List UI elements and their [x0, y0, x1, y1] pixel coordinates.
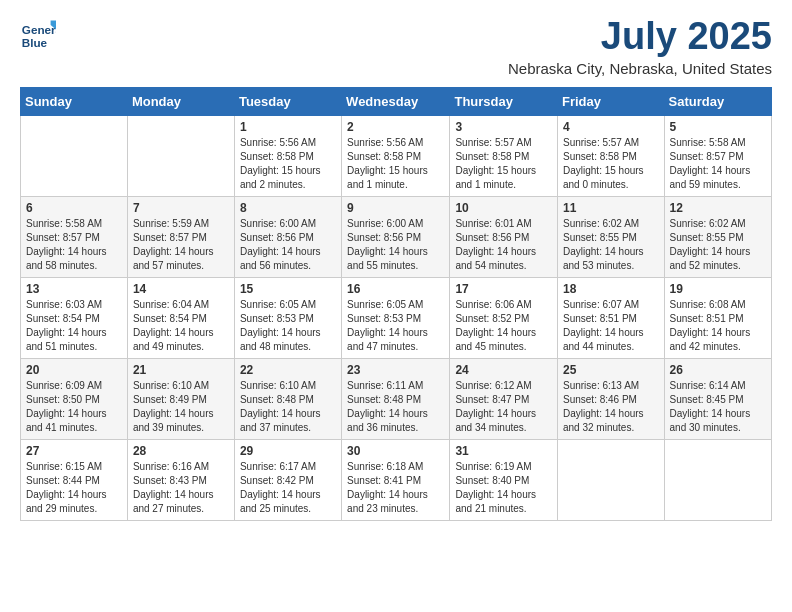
calendar-week-row: 1Sunrise: 5:56 AM Sunset: 8:58 PM Daylig…	[21, 115, 772, 196]
day-info: Sunrise: 6:00 AM Sunset: 8:56 PM Dayligh…	[240, 217, 336, 273]
day-number: 5	[670, 120, 766, 134]
day-number: 3	[455, 120, 552, 134]
day-info: Sunrise: 6:15 AM Sunset: 8:44 PM Dayligh…	[26, 460, 122, 516]
calendar-cell: 20Sunrise: 6:09 AM Sunset: 8:50 PM Dayli…	[21, 358, 128, 439]
day-number: 19	[670, 282, 766, 296]
day-info: Sunrise: 5:57 AM Sunset: 8:58 PM Dayligh…	[563, 136, 659, 192]
day-number: 12	[670, 201, 766, 215]
day-info: Sunrise: 6:02 AM Sunset: 8:55 PM Dayligh…	[670, 217, 766, 273]
day-info: Sunrise: 6:06 AM Sunset: 8:52 PM Dayligh…	[455, 298, 552, 354]
day-info: Sunrise: 6:07 AM Sunset: 8:51 PM Dayligh…	[563, 298, 659, 354]
month-title: July 2025	[508, 16, 772, 58]
calendar-cell: 11Sunrise: 6:02 AM Sunset: 8:55 PM Dayli…	[558, 196, 665, 277]
day-info: Sunrise: 6:02 AM Sunset: 8:55 PM Dayligh…	[563, 217, 659, 273]
day-info: Sunrise: 6:18 AM Sunset: 8:41 PM Dayligh…	[347, 460, 444, 516]
day-info: Sunrise: 5:57 AM Sunset: 8:58 PM Dayligh…	[455, 136, 552, 192]
day-number: 9	[347, 201, 444, 215]
calendar-cell: 9Sunrise: 6:00 AM Sunset: 8:56 PM Daylig…	[342, 196, 450, 277]
weekday-header: Wednesday	[342, 87, 450, 115]
day-info: Sunrise: 6:16 AM Sunset: 8:43 PM Dayligh…	[133, 460, 229, 516]
calendar-cell: 4Sunrise: 5:57 AM Sunset: 8:58 PM Daylig…	[558, 115, 665, 196]
day-number: 13	[26, 282, 122, 296]
day-info: Sunrise: 6:10 AM Sunset: 8:49 PM Dayligh…	[133, 379, 229, 435]
calendar-cell: 13Sunrise: 6:03 AM Sunset: 8:54 PM Dayli…	[21, 277, 128, 358]
calendar-cell	[21, 115, 128, 196]
weekday-header: Thursday	[450, 87, 558, 115]
day-info: Sunrise: 5:58 AM Sunset: 8:57 PM Dayligh…	[26, 217, 122, 273]
day-number: 4	[563, 120, 659, 134]
calendar-cell: 2Sunrise: 5:56 AM Sunset: 8:58 PM Daylig…	[342, 115, 450, 196]
day-info: Sunrise: 6:08 AM Sunset: 8:51 PM Dayligh…	[670, 298, 766, 354]
calendar-cell: 21Sunrise: 6:10 AM Sunset: 8:49 PM Dayli…	[127, 358, 234, 439]
calendar-cell	[558, 439, 665, 520]
day-info: Sunrise: 5:56 AM Sunset: 8:58 PM Dayligh…	[347, 136, 444, 192]
day-info: Sunrise: 6:17 AM Sunset: 8:42 PM Dayligh…	[240, 460, 336, 516]
calendar-cell: 12Sunrise: 6:02 AM Sunset: 8:55 PM Dayli…	[664, 196, 771, 277]
day-info: Sunrise: 6:10 AM Sunset: 8:48 PM Dayligh…	[240, 379, 336, 435]
calendar-cell: 6Sunrise: 5:58 AM Sunset: 8:57 PM Daylig…	[21, 196, 128, 277]
day-info: Sunrise: 6:00 AM Sunset: 8:56 PM Dayligh…	[347, 217, 444, 273]
day-number: 8	[240, 201, 336, 215]
calendar-cell: 16Sunrise: 6:05 AM Sunset: 8:53 PM Dayli…	[342, 277, 450, 358]
day-number: 22	[240, 363, 336, 377]
day-info: Sunrise: 6:11 AM Sunset: 8:48 PM Dayligh…	[347, 379, 444, 435]
weekday-header: Tuesday	[234, 87, 341, 115]
day-info: Sunrise: 6:13 AM Sunset: 8:46 PM Dayligh…	[563, 379, 659, 435]
calendar-week-row: 27Sunrise: 6:15 AM Sunset: 8:44 PM Dayli…	[21, 439, 772, 520]
day-number: 20	[26, 363, 122, 377]
logo: General Blue General Blue	[20, 16, 56, 52]
day-number: 16	[347, 282, 444, 296]
day-number: 14	[133, 282, 229, 296]
day-info: Sunrise: 6:03 AM Sunset: 8:54 PM Dayligh…	[26, 298, 122, 354]
day-info: Sunrise: 5:59 AM Sunset: 8:57 PM Dayligh…	[133, 217, 229, 273]
calendar-cell: 8Sunrise: 6:00 AM Sunset: 8:56 PM Daylig…	[234, 196, 341, 277]
calendar-cell: 1Sunrise: 5:56 AM Sunset: 8:58 PM Daylig…	[234, 115, 341, 196]
day-number: 2	[347, 120, 444, 134]
day-info: Sunrise: 6:05 AM Sunset: 8:53 PM Dayligh…	[240, 298, 336, 354]
calendar-header-row: SundayMondayTuesdayWednesdayThursdayFrid…	[21, 87, 772, 115]
calendar-cell	[127, 115, 234, 196]
day-info: Sunrise: 5:58 AM Sunset: 8:57 PM Dayligh…	[670, 136, 766, 192]
calendar-table: SundayMondayTuesdayWednesdayThursdayFrid…	[20, 87, 772, 521]
calendar-cell: 23Sunrise: 6:11 AM Sunset: 8:48 PM Dayli…	[342, 358, 450, 439]
calendar-cell: 26Sunrise: 6:14 AM Sunset: 8:45 PM Dayli…	[664, 358, 771, 439]
day-number: 6	[26, 201, 122, 215]
calendar-cell: 14Sunrise: 6:04 AM Sunset: 8:54 PM Dayli…	[127, 277, 234, 358]
calendar-cell: 3Sunrise: 5:57 AM Sunset: 8:58 PM Daylig…	[450, 115, 558, 196]
calendar-week-row: 13Sunrise: 6:03 AM Sunset: 8:54 PM Dayli…	[21, 277, 772, 358]
day-number: 24	[455, 363, 552, 377]
calendar-cell: 28Sunrise: 6:16 AM Sunset: 8:43 PM Dayli…	[127, 439, 234, 520]
svg-text:Blue: Blue	[22, 36, 48, 49]
calendar-cell: 30Sunrise: 6:18 AM Sunset: 8:41 PM Dayli…	[342, 439, 450, 520]
calendar-cell: 25Sunrise: 6:13 AM Sunset: 8:46 PM Dayli…	[558, 358, 665, 439]
day-number: 25	[563, 363, 659, 377]
weekday-header: Monday	[127, 87, 234, 115]
calendar-week-row: 6Sunrise: 5:58 AM Sunset: 8:57 PM Daylig…	[21, 196, 772, 277]
calendar-cell	[664, 439, 771, 520]
calendar-cell: 22Sunrise: 6:10 AM Sunset: 8:48 PM Dayli…	[234, 358, 341, 439]
day-number: 7	[133, 201, 229, 215]
day-number: 27	[26, 444, 122, 458]
calendar-cell: 31Sunrise: 6:19 AM Sunset: 8:40 PM Dayli…	[450, 439, 558, 520]
day-number: 10	[455, 201, 552, 215]
day-number: 30	[347, 444, 444, 458]
day-number: 1	[240, 120, 336, 134]
day-number: 21	[133, 363, 229, 377]
calendar-cell: 29Sunrise: 6:17 AM Sunset: 8:42 PM Dayli…	[234, 439, 341, 520]
day-number: 11	[563, 201, 659, 215]
day-number: 17	[455, 282, 552, 296]
calendar-cell: 18Sunrise: 6:07 AM Sunset: 8:51 PM Dayli…	[558, 277, 665, 358]
day-number: 18	[563, 282, 659, 296]
day-number: 28	[133, 444, 229, 458]
calendar-cell: 15Sunrise: 6:05 AM Sunset: 8:53 PM Dayli…	[234, 277, 341, 358]
day-number: 15	[240, 282, 336, 296]
day-info: Sunrise: 6:14 AM Sunset: 8:45 PM Dayligh…	[670, 379, 766, 435]
calendar-cell: 5Sunrise: 5:58 AM Sunset: 8:57 PM Daylig…	[664, 115, 771, 196]
page-header: General Blue General Blue July 2025 Nebr…	[20, 16, 772, 77]
weekday-header: Saturday	[664, 87, 771, 115]
day-info: Sunrise: 6:12 AM Sunset: 8:47 PM Dayligh…	[455, 379, 552, 435]
weekday-header: Friday	[558, 87, 665, 115]
calendar-cell: 7Sunrise: 5:59 AM Sunset: 8:57 PM Daylig…	[127, 196, 234, 277]
calendar-week-row: 20Sunrise: 6:09 AM Sunset: 8:50 PM Dayli…	[21, 358, 772, 439]
calendar-cell: 10Sunrise: 6:01 AM Sunset: 8:56 PM Dayli…	[450, 196, 558, 277]
